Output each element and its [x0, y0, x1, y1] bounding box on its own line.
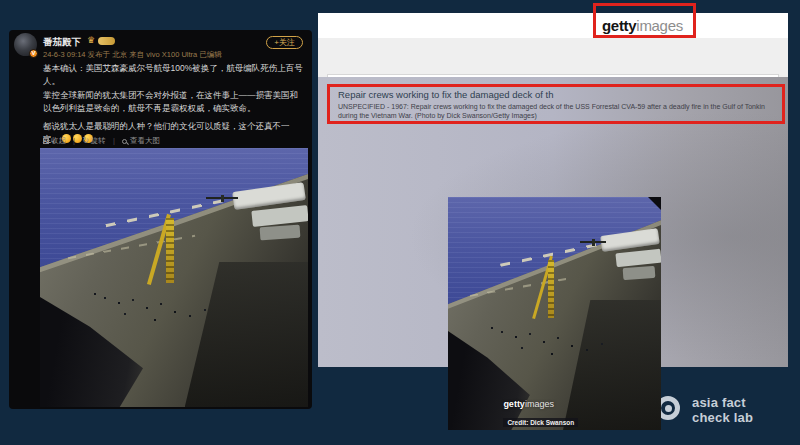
post-paragraph: 掌控全球新闻的犹太集团不会对外报道，在这件事上——损害美国和以色列利益是致命的，… [43, 89, 306, 115]
image-caption: UNSPECIFIED - 1967: Repair crews working… [338, 102, 774, 120]
rotate-icon: ↻ [82, 136, 89, 145]
red-annotation-box-caption: Repair crews working to fix the damaged … [327, 84, 785, 124]
post-meta: 24-6-3 09:14 发布于 北京 来自 vivo X100 Ultra 已… [43, 50, 222, 60]
follow-button[interactable]: +关注 [266, 36, 303, 49]
toolbar-divider: | [113, 136, 115, 145]
magnifier-dot-icon [665, 405, 672, 412]
getty-watermark: gettyimages [503, 399, 554, 409]
getty-image-detail-area: Repair crews working to fix the damaged … [318, 77, 788, 367]
parked-aircraft [259, 224, 300, 240]
crew-figures [94, 293, 96, 295]
helicopter [206, 197, 238, 199]
collapse-image-button[interactable]: 收起 [43, 136, 66, 145]
toolbar-divider: | [73, 136, 75, 145]
getty-images-page: gettyimages Repair crews working to fix … [318, 13, 788, 367]
search-band [318, 38, 788, 77]
vip-crown-icon: ♛ [87, 35, 95, 45]
image-toolbar: 收起 | ↻旋转 | 查看大图 [43, 136, 160, 146]
vip-level-badge [98, 37, 115, 45]
logo-line: asia fact [692, 395, 753, 410]
post-paragraph: 基本确认：美国艾森豪威尔号航母100%被换了，航母编队死伤上百号人。 [43, 62, 306, 88]
weibo-post-panel: V 番茄殿下 ♛ +关注 24-6-3 09:14 发布于 北京 来自 vivo… [9, 30, 312, 409]
username[interactable]: 番茄殿下 [43, 36, 81, 49]
rotate-image-button[interactable]: ↻旋转 [82, 136, 106, 145]
crane [548, 260, 554, 318]
collapse-icon [43, 138, 49, 144]
crane [166, 218, 174, 283]
helicopter [580, 241, 606, 243]
asia-fact-check-lab-logo: asia fact check lab [652, 390, 792, 434]
photo-credit: Credit: Dick Swanson [503, 418, 578, 427]
logo-text: asia fact check lab [692, 395, 753, 425]
crew-figures [491, 327, 493, 329]
magnifier-icon [122, 139, 127, 144]
getty-photo-aircraft-carrier: gettyimages Credit: Dick Swanson [448, 197, 661, 430]
post-photo-aircraft-carrier[interactable] [40, 148, 308, 407]
view-large-image-button[interactable]: 查看大图 [122, 136, 160, 145]
parked-aircraft [622, 266, 655, 280]
image-title: Repair crews working to fix the damaged … [338, 89, 774, 100]
verified-badge-icon: V [29, 49, 38, 58]
photo-corner-shadow [648, 197, 661, 210]
gettyimages-logo[interactable]: gettyimages [602, 17, 683, 34]
logo-line: check lab [692, 410, 753, 425]
